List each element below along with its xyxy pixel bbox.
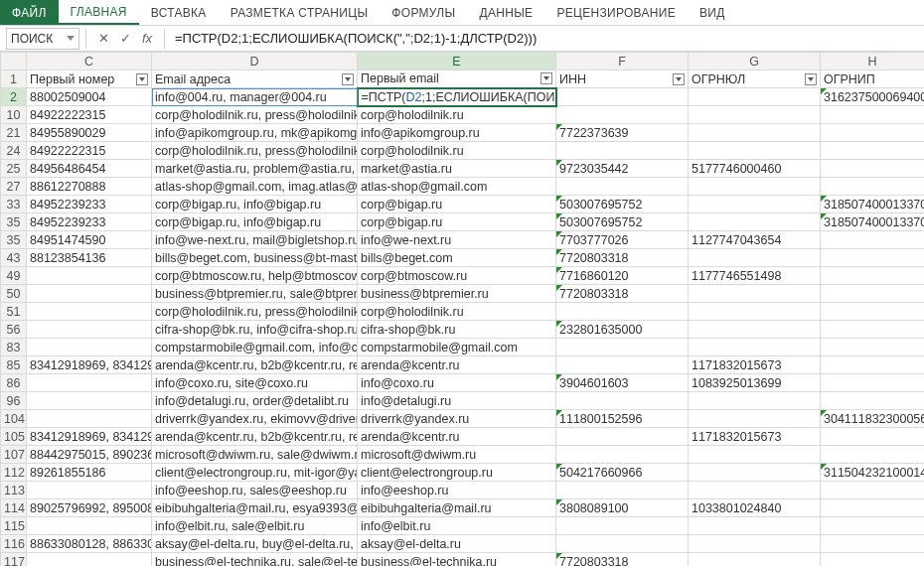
cell[interactable] [689, 178, 821, 196]
cell[interactable]: 84956486454 [27, 160, 152, 178]
cell[interactable] [689, 410, 821, 428]
cell[interactable]: corp@holodilnik.ru, press@holodilnik.ru [152, 142, 358, 160]
cell[interactable]: info@apikomgroup.ru, mk@apikomgroup.ru [152, 124, 358, 142]
cell[interactable] [689, 321, 821, 339]
cell[interactable]: info@coxo.ru, site@coxo.ru [152, 374, 358, 392]
col-header-e[interactable]: E [358, 53, 556, 71]
cell[interactable]: 88123854136 [27, 249, 152, 267]
row-header[interactable]: 83 [1, 339, 27, 356]
cell[interactable]: atlas-shop@gmail.com [358, 178, 556, 196]
cell[interactable] [821, 178, 925, 196]
cell[interactable] [821, 231, 925, 249]
cell[interactable]: 7703777026 [556, 231, 689, 249]
cell[interactable]: corp@bigap.ru, info@bigap.ru [152, 196, 358, 213]
cell[interactable] [821, 356, 925, 374]
cell[interactable]: 7720803318 [556, 285, 689, 303]
cell[interactable]: corp@holodilnik.ru, press@holodilnik.ru [152, 303, 358, 321]
cell[interactable] [27, 517, 152, 535]
cell[interactable]: 83412918969, 83412943931 [27, 356, 152, 374]
col-header-g[interactable]: G [689, 53, 821, 71]
cell[interactable]: 1177746551498 [689, 267, 821, 285]
cell[interactable]: 1033801024840 [689, 499, 821, 517]
cell[interactable]: corp@holodilnik.ru [358, 106, 556, 124]
row-header[interactable]: 85 [1, 356, 27, 374]
cell[interactable] [689, 392, 821, 410]
tab-insert[interactable]: ВСТАВКА [139, 0, 219, 25]
cell[interactable]: 1127747043654 [689, 231, 821, 249]
cell[interactable] [689, 124, 821, 142]
col-header-f[interactable]: F [556, 53, 689, 71]
row-header[interactable]: 50 [1, 285, 27, 303]
row-header[interactable]: 86 [1, 374, 27, 392]
cell[interactable]: corp@holodilnik.ru [358, 142, 556, 160]
row-header[interactable]: 21 [1, 124, 27, 142]
cell[interactable] [556, 446, 689, 464]
cell[interactable]: 316237500069400 [821, 88, 925, 106]
cell[interactable]: info@coxo.ru [358, 374, 556, 392]
cell[interactable]: 304111832300056 [821, 410, 925, 428]
cell[interactable]: corp@btmoscow.ru [358, 267, 556, 285]
cell[interactable]: driverrk@yandex.ru, ekimovv@driverrk. [152, 410, 358, 428]
cell[interactable]: business@btpremier.ru [358, 285, 556, 303]
cell[interactable]: 89261855186 [27, 464, 152, 482]
cell[interactable] [689, 446, 821, 464]
cell[interactable]: corp@holodilnik.ru, press@holodilnik.ru [152, 106, 358, 124]
row-header[interactable]: 35 [1, 213, 27, 231]
name-box[interactable]: ПОИСК [6, 28, 79, 50]
grid[interactable]: C D E F G H 1Первый номерEmail адресаПер… [0, 52, 924, 566]
cell[interactable] [689, 285, 821, 303]
cell[interactable] [27, 410, 152, 428]
cell[interactable] [821, 392, 925, 410]
cell[interactable]: client@electrongroup.ru [358, 464, 556, 482]
filter-icon[interactable] [540, 72, 552, 84]
cell[interactable] [821, 374, 925, 392]
cell[interactable] [689, 482, 821, 499]
cell[interactable] [821, 142, 925, 160]
tab-review[interactable]: РЕЦЕНЗИРОВАНИЕ [544, 0, 688, 25]
row-header[interactable]: 43 [1, 249, 27, 267]
row-header[interactable]: 115 [1, 517, 27, 535]
cell[interactable]: 83412918969, 83412943931 [27, 428, 152, 446]
row-header[interactable]: 116 [1, 535, 27, 553]
cell[interactable]: 5177746000460 [689, 160, 821, 178]
active-cell[interactable]: =ПСТР(D2;1;ЕСЛИОШИБКА(ПОИСК(",";D2;1)-1;… [358, 88, 556, 106]
cell[interactable]: 88612270888 [27, 178, 152, 196]
row-header[interactable]: 25 [1, 160, 27, 178]
cell[interactable] [689, 88, 821, 106]
cell[interactable]: bills@beget.com [358, 249, 556, 267]
cell[interactable]: business@el-technika.ru [358, 553, 556, 567]
cell[interactable]: client@electrongroup.ru, mit-igor@yand [152, 464, 358, 482]
cell[interactable] [821, 553, 925, 567]
cell[interactable]: market@astia.ru [358, 160, 556, 178]
cell[interactable] [27, 482, 152, 499]
cell[interactable] [821, 339, 925, 356]
fx-button[interactable]: fx [136, 31, 158, 46]
cell[interactable] [27, 321, 152, 339]
cell[interactable]: ОГРНИП [821, 71, 925, 88]
cell[interactable]: aksay@el-delta.ru, buy@el-delta.ru, mo [152, 535, 358, 553]
cell[interactable]: info@elbit.ru [358, 517, 556, 535]
cell[interactable]: 84922222315 [27, 106, 152, 124]
cell[interactable] [821, 321, 925, 339]
cell[interactable] [556, 392, 689, 410]
cell[interactable]: corp@holodilnik.ru [358, 303, 556, 321]
tab-file[interactable]: ФАЙЛ [0, 0, 59, 25]
cell[interactable]: atlas-shop@gmail.com, imag.atlas@gmail [152, 178, 358, 196]
cell[interactable] [27, 339, 152, 356]
cell[interactable]: corp@bigap.ru [358, 196, 556, 213]
cell[interactable]: 84922222315 [27, 142, 152, 160]
cell[interactable]: 88442975015, 89023625939 [27, 446, 152, 464]
cell[interactable]: 318507400013370 [821, 213, 925, 231]
row-header[interactable]: 104 [1, 410, 27, 428]
tab-formulas[interactable]: ФОРМУЛЫ [380, 0, 467, 25]
cell[interactable]: 7722373639 [556, 124, 689, 142]
cell[interactable] [27, 303, 152, 321]
cell[interactable] [556, 142, 689, 160]
cell[interactable]: cifra-shop@bk.ru, info@cifra-shop.ru, sa [152, 321, 358, 339]
cell[interactable]: 89025796992, 89500810510 [27, 499, 152, 517]
cell[interactable] [556, 535, 689, 553]
cell[interactable]: info@we-next.ru, mail@bigletshop.ru [152, 231, 358, 249]
cell[interactable]: aksay@el-delta.ru [358, 535, 556, 553]
cell[interactable]: info@eeshop.ru [358, 482, 556, 499]
cell[interactable] [821, 428, 925, 446]
